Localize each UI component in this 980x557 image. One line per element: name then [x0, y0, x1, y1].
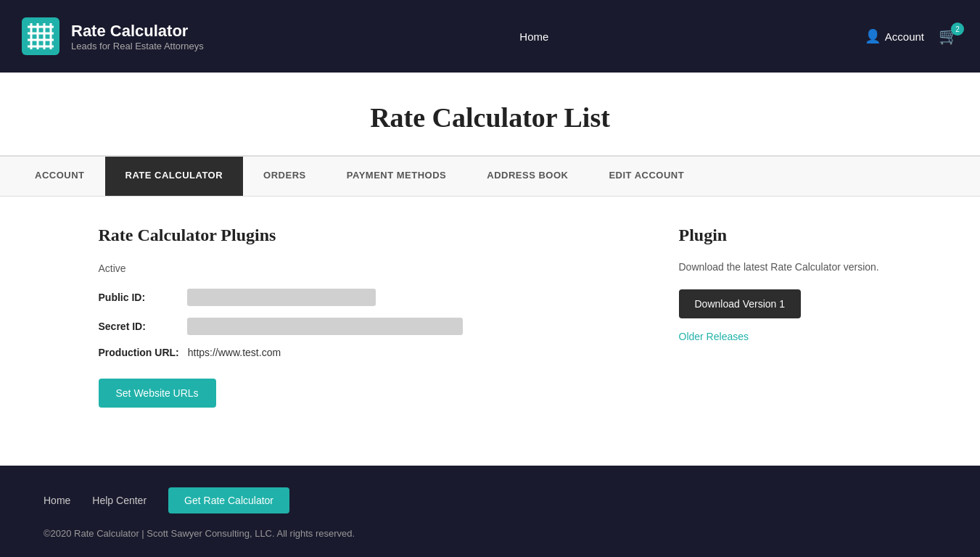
cart-badge: 2 — [951, 22, 964, 36]
app-subtitle: Leads for Real Estate Attorneys — [71, 41, 204, 51]
footer-home-link[interactable]: Home — [44, 495, 70, 506]
logo-text: Rate Calculator Leads for Real Estate At… — [71, 22, 204, 51]
footer-get-calculator-button[interactable]: Get Rate Calculator — [168, 487, 289, 513]
footer-help-link[interactable]: Help Center — [92, 495, 147, 506]
account-link[interactable]: 👤 Account — [865, 28, 924, 44]
header: Rate Calculator Leads for Real Estate At… — [0, 0, 980, 73]
account-label: Account — [885, 30, 924, 43]
public-id-label: Public ID: — [99, 292, 178, 303]
plugin-title: Plugin — [679, 226, 882, 245]
download-version-button[interactable]: Download Version 1 — [679, 289, 802, 318]
tab-payment-methods[interactable]: PAYMENT METHODS — [326, 157, 467, 196]
tabs: ACCOUNT RATE CALCULATOR ORDERS PAYMENT M… — [0, 157, 980, 196]
app-title: Rate Calculator — [71, 22, 204, 41]
logo-icon — [22, 17, 59, 55]
header-left: Rate Calculator Leads for Real Estate At… — [22, 17, 204, 55]
header-right: 👤 Account 🛒 2 — [865, 27, 958, 46]
footer-copyright: ©2020 Rate Calculator | Scott Sawyer Con… — [44, 528, 936, 539]
status-label: Active — [99, 263, 621, 274]
svg-rect-0 — [22, 17, 59, 55]
tab-edit-account[interactable]: EDIT ACCOUNT — [588, 157, 704, 196]
set-website-urls-button[interactable]: Set Website URLs — [99, 379, 216, 408]
secret-id-value — [187, 318, 463, 335]
older-releases-link[interactable]: Older Releases — [679, 331, 749, 342]
secret-id-label: Secret ID: — [99, 321, 178, 332]
page-title-section: Rate Calculator List — [0, 73, 980, 155]
content-right: Plugin Download the latest Rate Calculat… — [679, 226, 882, 408]
public-id-row: Public ID: — [99, 289, 621, 306]
main-nav: Home — [519, 30, 548, 43]
main-content: Rate Calculator Plugins Active Public ID… — [55, 197, 926, 437]
page-title: Rate Calculator List — [15, 102, 965, 133]
account-icon: 👤 — [865, 28, 881, 44]
public-id-value — [187, 289, 376, 306]
nav-home[interactable]: Home — [519, 30, 548, 43]
footer-links: Home Help Center Get Rate Calculator — [44, 487, 936, 513]
tab-orders[interactable]: ORDERS — [243, 157, 326, 196]
production-url-label: Production URL: — [99, 347, 179, 358]
production-url-value: https://www.test.com — [188, 347, 281, 358]
plugin-description: Download the latest Rate Calculator vers… — [679, 260, 882, 275]
secret-id-row: Secret ID: — [99, 318, 621, 335]
cart-button[interactable]: 🛒 2 — [939, 27, 958, 46]
production-url-row: Production URL: https://www.test.com — [99, 347, 621, 358]
tabs-container: ACCOUNT RATE CALCULATOR ORDERS PAYMENT M… — [0, 155, 980, 197]
tab-address-book[interactable]: ADDRESS BOOK — [466, 157, 588, 196]
tab-rate-calculator[interactable]: RATE CALCULATOR — [105, 157, 244, 196]
tab-account[interactable]: ACCOUNT — [15, 157, 105, 196]
content-left: Rate Calculator Plugins Active Public ID… — [99, 226, 621, 408]
footer: Home Help Center Get Rate Calculator ©20… — [0, 466, 980, 557]
plugins-section-title: Rate Calculator Plugins — [99, 226, 621, 245]
